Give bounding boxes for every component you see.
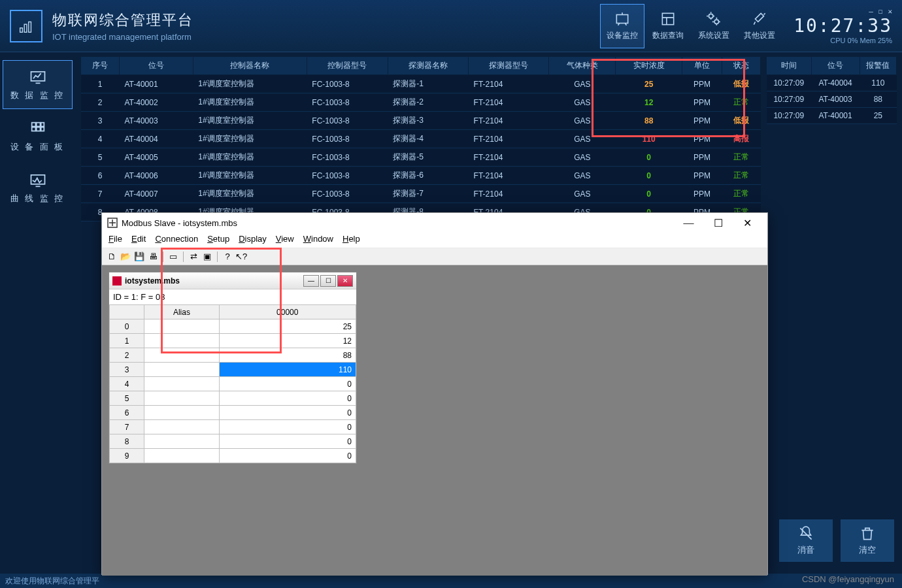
watermark: CSDN @feiyangqingyun — [802, 574, 894, 584]
alarm-row[interactable]: 10:27:09AT-4000388 — [767, 91, 897, 108]
menu-help[interactable]: Help — [342, 234, 360, 244]
header-tools: 设备监控数据查询系统设置其他设置 — [600, 4, 782, 48]
sidebar-item-1[interactable]: 设 备 面 板 — [3, 112, 73, 161]
alarm-table: 时间位号报警值 10:27:09AT-4000411010:27:09AT-40… — [766, 56, 897, 124]
device-row[interactable]: 1AT-400011#调度室控制器FC-1003-8探测器-1FT-2104GA… — [81, 75, 761, 93]
app-header: 物联网综合管理平台 IOT integrated management plat… — [0, 0, 902, 52]
print-icon[interactable]: 🖶 — [147, 251, 159, 263]
svg-point-5 — [709, 14, 714, 18]
register-row[interactable]: 112 — [110, 334, 356, 348]
modbus-doc-minimize[interactable]: — — [303, 275, 319, 287]
clock-display: 10:27:33 — [793, 17, 892, 35]
register-row[interactable]: 80 — [110, 434, 356, 449]
modbus-mdi-area: iotsystem.mbs — ☐ ✕ ID = 1: F = 03 Alias… — [102, 265, 767, 576]
svg-rect-13 — [41, 127, 44, 131]
sidebar: 数 据 监 控设 备 面 板曲 线 监 控 — [0, 52, 75, 568]
menu-file[interactable]: File — [109, 234, 122, 244]
modbus-minimize[interactable]: — — [674, 214, 703, 232]
register-row[interactable]: 50 — [110, 391, 356, 406]
register-row[interactable]: 40 — [110, 377, 356, 391]
svg-rect-2 — [29, 22, 31, 32]
modbus-titlebar[interactable]: Modbus Slave - iotsystem.mbs — ☐ ✕ — [102, 213, 767, 233]
register-row[interactable]: 70 — [110, 420, 356, 434]
status-bar: 欢迎使用物联网综合管理平 — [0, 574, 902, 588]
device-row[interactable]: 4AT-400041#调度室控制器FC-1003-8探测器-4FT-2104GA… — [81, 130, 761, 148]
device-row[interactable]: 3AT-400031#调度室控制器FC-1003-8探测器-3FT-2104GA… — [81, 112, 761, 130]
col-实时浓度: 实时浓度 — [616, 57, 682, 75]
tool-设备监控[interactable]: 设备监控 — [600, 4, 644, 48]
col-控制器型号: 控制器型号 — [307, 57, 388, 75]
register-row[interactable]: 025 — [110, 319, 356, 334]
menu-window[interactable]: Window — [303, 234, 333, 244]
modbus-meta: ID = 1: F = 03 — [109, 289, 356, 304]
logo-icon — [10, 10, 42, 42]
tool-数据查询[interactable]: 数据查询 — [646, 4, 690, 48]
settings-icon[interactable]: ▣ — [201, 251, 213, 263]
svg-rect-11 — [31, 127, 35, 131]
menu-view[interactable]: View — [276, 234, 294, 244]
menu-connection[interactable]: Connection — [155, 234, 198, 244]
tool-其他设置[interactable]: 其他设置 — [737, 4, 782, 48]
menu-setup[interactable]: Setup — [207, 234, 229, 244]
mute-button[interactable]: 消音 — [779, 519, 833, 562]
col-序号: 序号 — [81, 57, 120, 75]
register-row[interactable]: 60 — [110, 406, 356, 420]
modbus-app-icon — [107, 218, 118, 228]
modbus-window[interactable]: Modbus Slave - iotsystem.mbs — ☐ ✕ FileE… — [101, 212, 768, 575]
alarm-table-wrap: 时间位号报警值 10:27:09AT-4000411010:27:09AT-40… — [766, 56, 897, 568]
device-row[interactable]: 2AT-400021#调度室控制器FC-1003-8探测器-2FT-2104GA… — [81, 93, 761, 112]
clock-block: — ☐ ✕ 10:27:33 CPU 0% Mem 25% — [793, 7, 892, 44]
bell-mute-icon — [797, 525, 814, 542]
window-icon[interactable]: ▭ — [167, 251, 179, 263]
new-icon[interactable]: 🗋 — [106, 251, 118, 263]
menu-display[interactable]: Display — [239, 234, 267, 244]
modbus-title: Modbus Slave - iotsystem.mbs — [122, 218, 674, 228]
svg-point-6 — [714, 20, 719, 24]
device-table: 序号位号控制器名称控制器型号探测器名称探测器型号气体种类实时浓度单位状态 1AT… — [80, 56, 761, 221]
sidebar-item-2[interactable]: 曲 线 监 控 — [3, 163, 73, 212]
modbus-doc-title: iotsystem.mbs — [125, 276, 303, 286]
svg-rect-9 — [36, 123, 40, 127]
alarm-row[interactable]: 10:27:09AT-40004110 — [767, 75, 897, 91]
modbus-doc-close[interactable]: ✕ — [337, 275, 353, 287]
help-icon[interactable]: ? — [222, 251, 233, 263]
col-控制器名称: 控制器名称 — [193, 57, 307, 75]
app-subtitle: IOT integrated management platform — [52, 32, 600, 42]
title-block: 物联网综合管理平台 IOT integrated management plat… — [52, 10, 600, 42]
modbus-doc-titlebar[interactable]: iotsystem.mbs — ☐ ✕ — [109, 272, 356, 289]
system-stats: CPU 0% Mem 25% — [793, 37, 892, 44]
modbus-document[interactable]: iotsystem.mbs — ☐ ✕ ID = 1: F = 03 Alias… — [109, 272, 357, 464]
register-row[interactable]: 3110 — [110, 363, 356, 377]
tool-系统设置[interactable]: 系统设置 — [692, 4, 736, 48]
modbus-doc-maximize[interactable]: ☐ — [320, 275, 336, 287]
device-row[interactable]: 5AT-400051#调度室控制器FC-1003-8探测器-5FT-2104GA… — [81, 148, 761, 167]
menu-edit[interactable]: Edit — [131, 234, 146, 244]
svg-rect-10 — [41, 123, 44, 127]
col-气体种类: 气体种类 — [549, 57, 616, 75]
col-单位: 单位 — [682, 57, 722, 75]
svg-rect-1 — [24, 24, 27, 32]
open-icon[interactable]: 📂 — [120, 251, 131, 263]
register-row[interactable]: 288 — [110, 348, 356, 363]
clear-button[interactable]: 清空 — [841, 519, 894, 562]
modbus-toolbar: 🗋 📂 💾 🖶 ▭ ⇄ ▣ ? ↖? — [102, 248, 767, 265]
svg-rect-12 — [36, 127, 40, 131]
trash-icon — [859, 525, 876, 542]
device-row[interactable]: 7AT-400071#调度室控制器FC-1003-8探测器-7FT-2104GA… — [81, 185, 761, 203]
sidebar-item-0[interactable]: 数 据 监 控 — [3, 60, 73, 109]
modbus-maximize[interactable]: ☐ — [703, 214, 733, 232]
modbus-register-grid[interactable]: Alias00000 0251122883110405060708090 — [109, 304, 356, 463]
svg-rect-4 — [662, 13, 673, 24]
modbus-close[interactable]: ✕ — [733, 214, 762, 232]
save-icon[interactable]: 💾 — [133, 251, 145, 263]
svg-rect-0 — [20, 27, 23, 32]
register-row[interactable]: 90 — [110, 449, 356, 463]
col-状态: 状态 — [722, 57, 760, 75]
col-探测器型号: 探测器型号 — [469, 57, 549, 75]
whats-this-icon[interactable]: ↖? — [235, 251, 247, 263]
device-row[interactable]: 6AT-400061#调度室控制器FC-1003-8探测器-6FT-2104GA… — [81, 167, 761, 185]
modbus-window-controls: — ☐ ✕ — [674, 214, 762, 232]
svg-rect-3 — [616, 15, 627, 24]
connect-icon[interactable]: ⇄ — [188, 251, 199, 263]
alarm-row[interactable]: 10:27:09AT-4000125 — [767, 108, 897, 124]
